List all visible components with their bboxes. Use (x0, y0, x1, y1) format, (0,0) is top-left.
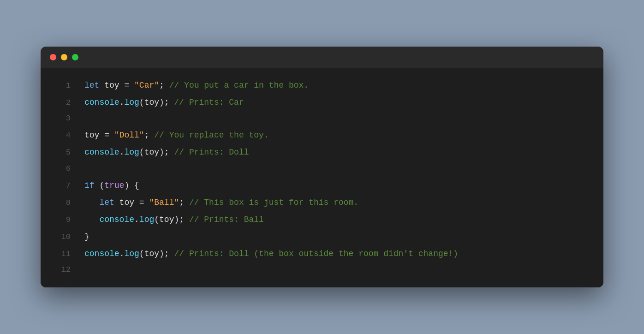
code-content-11: console.log(toy); // Prints: Doll (the b… (84, 247, 590, 261)
maximize-button[interactable] (72, 54, 78, 60)
titlebar (41, 47, 603, 68)
line-number-12: 12 (54, 263, 71, 277)
code-line-11: 11 console.log(toy); // Prints: Doll (th… (41, 245, 603, 262)
line-number-4: 4 (54, 129, 71, 143)
code-content-9: console.log(toy); // Prints: Ball (84, 213, 590, 227)
code-content-1: let toy = "Car"; // You put a car in the… (84, 78, 590, 93)
code-line-5: 5 console.log(toy); // Prints: Doll (41, 144, 603, 161)
line-number-10: 10 (54, 231, 71, 244)
code-line-7: 7 if (true) { (41, 177, 603, 194)
line-number-7: 7 (54, 179, 71, 193)
code-line-4: 4 toy = "Doll"; // You replace the toy. (41, 127, 603, 144)
code-area: 1 let toy = "Car"; // You put a car in t… (41, 68, 603, 288)
line-number-2: 2 (54, 96, 71, 110)
line-number-6: 6 (54, 162, 71, 176)
code-line-1: 1 let toy = "Car"; // You put a car in t… (41, 77, 603, 94)
code-line-9: 9 console.log(toy); // Prints: Ball (41, 211, 603, 228)
code-line-6: 6 (41, 161, 603, 177)
close-button[interactable] (50, 54, 56, 60)
code-line-10: 10 } (41, 228, 603, 245)
code-editor-window: 1 let toy = "Car"; // You put a car in t… (41, 47, 603, 288)
code-content-7: if (true) { (84, 179, 590, 193)
code-line-8: 8 let toy = "Ball"; // This box is just … (41, 194, 603, 211)
line-number-1: 1 (54, 79, 71, 93)
code-content-2: console.log(toy); // Prints: Car (84, 95, 590, 110)
code-content-5: console.log(toy); // Prints: Doll (84, 145, 590, 160)
line-number-8: 8 (54, 197, 71, 210)
code-line-3: 3 (41, 111, 603, 127)
code-content-10: } (84, 230, 590, 244)
code-line-12: 12 (41, 262, 603, 278)
code-content-4: toy = "Doll"; // You replace the toy. (84, 128, 590, 143)
line-number-9: 9 (54, 214, 71, 227)
line-number-5: 5 (54, 146, 71, 160)
code-content-8: let toy = "Ball"; // This box is just fo… (84, 196, 590, 210)
minimize-button[interactable] (61, 54, 67, 60)
line-number-11: 11 (54, 248, 71, 261)
line-number-3: 3 (54, 112, 71, 125)
code-line-2: 2 console.log(toy); // Prints: Car (41, 94, 603, 111)
